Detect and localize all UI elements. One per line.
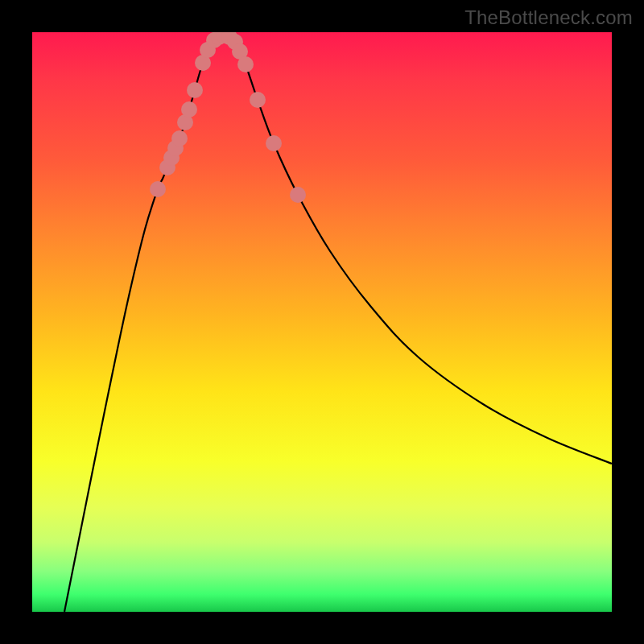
watermark-text: TheBottleneck.com [464, 6, 633, 29]
chart-frame: TheBottleneck.com [0, 0, 644, 644]
bottleneck-curve [64, 35, 612, 612]
curve-marker [290, 187, 306, 203]
curve-svg [32, 32, 612, 612]
curve-marker [237, 56, 254, 72]
curve-marker [150, 181, 166, 197]
curve-marker [266, 135, 282, 151]
curve-marker [171, 130, 188, 147]
curve-marker [250, 92, 266, 108]
curve-markers [150, 32, 306, 203]
curve-marker [187, 82, 203, 98]
plot-area [32, 32, 612, 612]
curve-marker [181, 101, 197, 118]
